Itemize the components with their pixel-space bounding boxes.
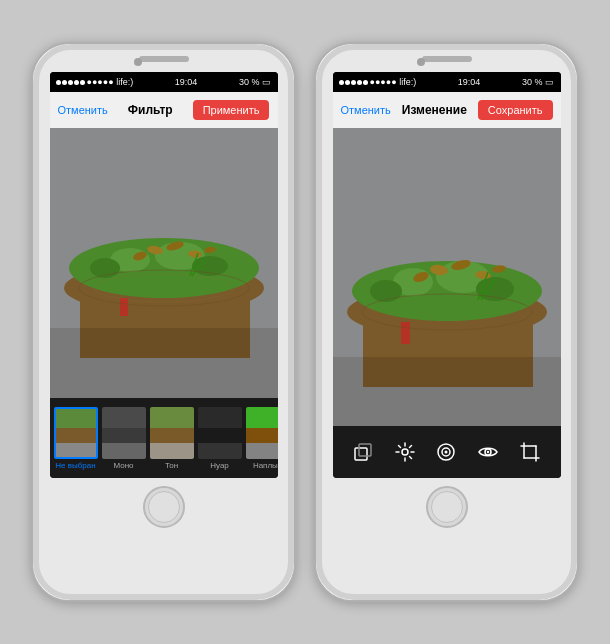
crop-tool[interactable] — [512, 434, 548, 470]
filter-bar: Не выбран Моно Тон — [50, 398, 278, 478]
filter-label-ton: Тон — [165, 461, 178, 470]
phone-1: ●●●●● life:) 19:04 30 % ▭ Отменить Фильт… — [31, 42, 296, 602]
status-right-2: 30 % ▭ — [522, 77, 555, 87]
svg-rect-4 — [80, 328, 250, 358]
battery-label-1: 30 % — [239, 77, 260, 87]
save-button-2[interactable]: Сохранить — [478, 100, 553, 120]
filter-label-selected: Не выбран — [55, 461, 95, 470]
home-button-2[interactable] — [426, 486, 468, 528]
photo-area-2 — [333, 128, 561, 426]
photo-svg-1 — [50, 128, 278, 398]
signal-dot-2 — [345, 80, 350, 85]
signal-dot-2 — [363, 80, 368, 85]
svg-point-29 — [370, 280, 402, 302]
eye-tool[interactable] — [470, 434, 506, 470]
time-label-1: 19:04 — [175, 77, 198, 87]
signal-dot-2 — [357, 80, 362, 85]
svg-rect-39 — [355, 448, 367, 460]
svg-rect-37 — [401, 322, 410, 344]
photo-svg-2 — [333, 128, 561, 426]
mute-button-2 — [314, 134, 316, 164]
filter-thumb-mono — [102, 407, 146, 459]
status-right-1: 30 % ▭ — [239, 77, 272, 87]
rotate-tool[interactable] — [345, 434, 381, 470]
speaker-2 — [422, 56, 472, 62]
camera — [134, 58, 142, 66]
phone-2: ●●●●● life:) 19:04 30 % ▭ Отменить Измен… — [314, 42, 579, 602]
volume-up-button — [31, 174, 33, 204]
status-bar-1: ●●●●● life:) 19:04 30 % ▭ — [50, 72, 278, 92]
signal-dot-2 — [339, 80, 344, 85]
filter-item-napliv[interactable]: Наплыв — [246, 407, 278, 470]
status-left-2: ●●●●● life:) — [339, 77, 417, 87]
filter-item-mono[interactable]: Моно — [102, 407, 146, 470]
carrier-label-2: ●●●●● life:) — [370, 77, 417, 87]
home-button-inner-1 — [148, 491, 180, 523]
svg-line-47 — [409, 446, 411, 448]
filter-thumb-ton — [150, 407, 194, 459]
svg-point-51 — [445, 451, 448, 454]
magic-wand-tool[interactable] — [387, 434, 423, 470]
signal-dot — [68, 80, 73, 85]
filter-ton — [150, 407, 194, 459]
filter-item-ton[interactable]: Тон — [150, 407, 194, 470]
filter-label-mono: Моно — [113, 461, 133, 470]
adjust-tool[interactable] — [428, 434, 464, 470]
filter-item-noir[interactable]: Нуар — [198, 407, 242, 470]
nav-title-1: Фильтр — [128, 103, 173, 117]
signal-dots — [56, 80, 85, 85]
signal-dots-2 — [339, 80, 368, 85]
power-button — [294, 144, 296, 194]
volume-up-button-2 — [314, 174, 316, 204]
filter-thumb-selected — [54, 407, 98, 459]
speaker — [139, 56, 189, 62]
battery-icon-2: ▭ — [545, 77, 554, 87]
apply-button-1[interactable]: Применить — [193, 100, 270, 120]
battery-icon-1: ▭ — [262, 77, 271, 87]
signal-dot — [80, 80, 85, 85]
power-button-2 — [577, 144, 579, 194]
phones-container: ●●●●● life:) 19:04 30 % ▭ Отменить Фильт… — [31, 42, 579, 602]
mute-button — [31, 134, 33, 164]
filter-thumb-noir — [198, 407, 242, 459]
signal-dot — [62, 80, 67, 85]
signal-dot-2 — [351, 80, 356, 85]
photo-area-1 — [50, 128, 278, 398]
tools-bar — [333, 426, 561, 478]
screen-1: ●●●●● life:) 19:04 30 % ▭ Отменить Фильт… — [50, 72, 278, 478]
home-button-1[interactable] — [143, 486, 185, 528]
filter-label-noir: Нуар — [210, 461, 229, 470]
signal-dot — [74, 80, 79, 85]
battery-label-2: 30 % — [522, 77, 543, 87]
carrier-label-1: ●●●●● life:) — [87, 77, 134, 87]
status-bar-2: ●●●●● life:) 19:04 30 % ▭ — [333, 72, 561, 92]
camera-2 — [417, 58, 425, 66]
signal-dot — [56, 80, 61, 85]
nav-bar-1: Отменить Фильтр Применить — [50, 92, 278, 128]
svg-rect-24 — [363, 357, 533, 387]
nav-bar-2: Отменить Изменение Сохранить — [333, 92, 561, 128]
time-label-2: 19:04 — [458, 77, 481, 87]
svg-rect-17 — [120, 298, 128, 316]
volume-down-button — [31, 214, 33, 244]
home-button-inner-2 — [431, 491, 463, 523]
nav-title-2: Изменение — [402, 103, 467, 117]
cancel-button-2[interactable]: Отменить — [341, 104, 391, 116]
filter-color — [56, 409, 96, 457]
filter-thumb-napliv — [246, 407, 278, 459]
svg-line-45 — [398, 446, 400, 448]
filter-mono — [102, 407, 146, 459]
svg-point-48 — [402, 449, 408, 455]
filter-napliv — [246, 407, 278, 459]
svg-rect-40 — [359, 444, 371, 456]
cancel-button-1[interactable]: Отменить — [58, 104, 108, 116]
status-left-1: ●●●●● life:) — [56, 77, 134, 87]
filter-item-selected[interactable]: Не выбран — [54, 407, 98, 470]
screen-2: ●●●●● life:) 19:04 30 % ▭ Отменить Измен… — [333, 72, 561, 478]
filter-noir — [198, 407, 242, 459]
svg-point-53 — [487, 451, 489, 453]
volume-down-button-2 — [314, 214, 316, 244]
svg-line-46 — [409, 457, 411, 459]
filter-label-napliv: Наплыв — [253, 461, 278, 470]
